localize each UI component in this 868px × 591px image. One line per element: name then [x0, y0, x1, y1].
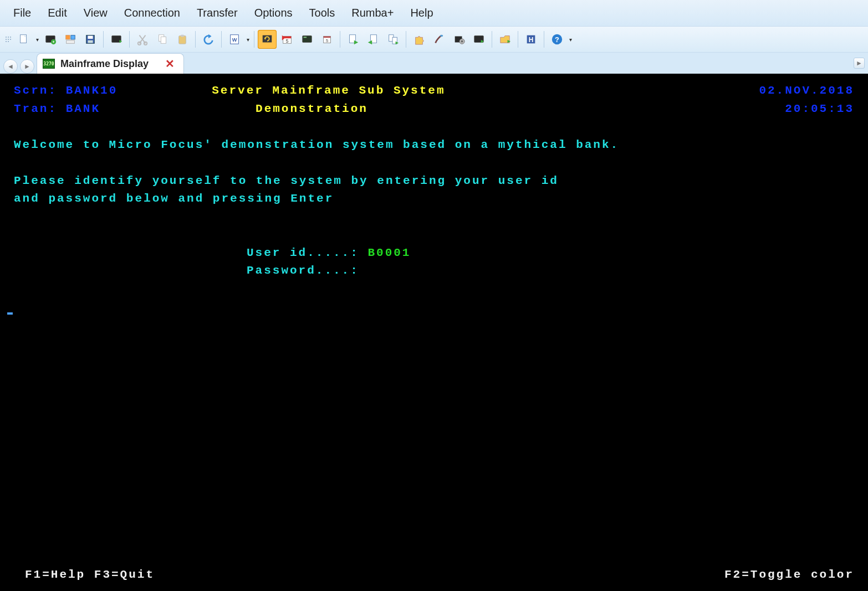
open-session-button[interactable] [41, 30, 60, 49]
svg-point-13 [144, 42, 147, 45]
page-back-icon [367, 33, 379, 45]
refresh-icon [261, 33, 273, 45]
svg-text:5: 5 [326, 38, 328, 43]
toolbar-separator [129, 31, 130, 48]
refresh-button[interactable] [258, 30, 277, 49]
svg-point-39 [440, 35, 443, 37]
pages-button[interactable] [384, 30, 402, 49]
tab-prev-button[interactable]: ◄ [3, 59, 18, 74]
svg-rect-17 [181, 35, 184, 37]
cut-icon [136, 33, 149, 45]
tab-next-button[interactable]: ► [20, 59, 34, 74]
tab-bar: ◄ ► 3270 Mainframe Display ✕ ► [0, 53, 868, 74]
svg-rect-16 [179, 36, 186, 44]
connect-icon [110, 33, 122, 45]
folder-open-icon [499, 33, 511, 45]
new-file-button[interactable] [14, 30, 33, 49]
terminal-3270-icon: 3270 [43, 59, 55, 69]
tab-close-button[interactable]: ✕ [165, 57, 175, 70]
page-back-button[interactable] [364, 30, 382, 49]
instruction-line-2: and password below and pressing Enter [14, 190, 334, 208]
save-icon [84, 33, 96, 45]
svg-marker-18 [208, 34, 212, 38]
puzzle-button[interactable] [410, 30, 428, 49]
word-doc-button[interactable]: W [225, 30, 244, 49]
fkeys-right: F2=Toggle color [724, 566, 854, 584]
toolbar-separator [518, 31, 518, 48]
menu-edit[interactable]: Edit [41, 4, 73, 22]
toolbar-separator [340, 31, 340, 48]
tran-value: BANK [66, 100, 100, 119]
new-file-dropdown[interactable]: ▾ [34, 37, 40, 43]
toolbar-separator [406, 31, 406, 48]
help-icon: ? [551, 33, 563, 45]
page-go-button[interactable] [344, 30, 362, 49]
undo-button[interactable] [199, 30, 218, 49]
brush-icon [433, 33, 445, 45]
menu-file[interactable]: File [7, 4, 38, 22]
paste-button[interactable] [173, 30, 192, 49]
puzzle-icon [413, 33, 425, 45]
instruction-line-1: Please identify yourself to the system b… [14, 172, 559, 191]
toolbar-overflow-dropdown[interactable]: ▾ [568, 37, 573, 43]
toolbar-separator [492, 31, 492, 48]
svg-rect-9 [88, 40, 93, 43]
terminal-screen[interactable]: Scrn: BANK10 Server Mainframe Sub System… [0, 74, 868, 591]
menu-help[interactable]: Help [404, 4, 440, 22]
svg-rect-27 [303, 36, 312, 43]
toolbar-separator [544, 31, 544, 48]
calendar-flag-icon: 5 [281, 33, 293, 45]
userid-field[interactable]: B0001 [367, 244, 411, 263]
quick-connect-button[interactable] [61, 30, 80, 49]
calendar-flag-button[interactable]: 5 [278, 30, 297, 49]
toolbar-grip-icon [6, 32, 11, 47]
menu-tools[interactable]: Tools [303, 4, 342, 22]
menu-view[interactable]: View [77, 4, 114, 22]
menu-options[interactable]: Options [248, 4, 299, 22]
screen-dark-icon [301, 33, 313, 45]
screen-dark-button[interactable] [298, 30, 316, 49]
tab-mainframe-display[interactable]: 3270 Mainframe Display ✕ [37, 53, 184, 74]
history-button[interactable]: H [522, 30, 540, 49]
tab-label: Mainframe Display [60, 58, 149, 70]
svg-rect-6 [67, 40, 75, 44]
display-settings-icon [473, 33, 485, 45]
copy-icon [156, 33, 169, 45]
scrn-value: BANK10 [66, 82, 118, 100]
svg-marker-35 [368, 40, 372, 44]
calendar-small-button[interactable]: 5 [318, 30, 336, 49]
menu-connection[interactable]: Connection [118, 4, 187, 22]
screen-title-1: Server Mainframe Sub System [212, 82, 445, 100]
svg-text:5: 5 [286, 39, 289, 44]
copy-button[interactable] [153, 30, 172, 49]
toolbar-separator [103, 31, 104, 48]
page-go-icon [347, 33, 359, 45]
toolbar-separator [254, 31, 254, 48]
svg-text:W: W [232, 37, 237, 43]
help-button[interactable]: ? [548, 30, 566, 49]
brush-button[interactable] [430, 30, 448, 49]
svg-point-12 [138, 42, 141, 45]
save-button[interactable] [81, 30, 100, 49]
tran-label: Tran: [14, 100, 57, 119]
connect-button[interactable] [107, 30, 126, 49]
menubar: File Edit View Connection Transfer Optio… [0, 0, 868, 26]
svg-point-42 [461, 40, 463, 43]
display-settings-button[interactable] [469, 30, 488, 49]
cut-button[interactable] [133, 30, 152, 49]
word-doc-dropdown[interactable]: ▾ [245, 37, 251, 43]
open-session-icon [44, 33, 57, 45]
tab-scroll-right-button[interactable]: ► [854, 58, 865, 69]
menu-rumba-plus[interactable]: Rumba+ [345, 4, 400, 22]
userid-label: User id.....: [247, 244, 359, 263]
paste-icon [176, 33, 188, 45]
screen-time: 20:05:13 [785, 100, 854, 119]
svg-text:H: H [529, 36, 534, 44]
svg-rect-5 [71, 35, 75, 39]
config-icon [453, 33, 465, 45]
menu-transfer[interactable]: Transfer [190, 4, 244, 22]
folder-open-button[interactable] [496, 30, 514, 49]
config-button[interactable] [450, 30, 468, 49]
toolbar-separator [195, 31, 196, 48]
pages-icon [387, 33, 399, 45]
